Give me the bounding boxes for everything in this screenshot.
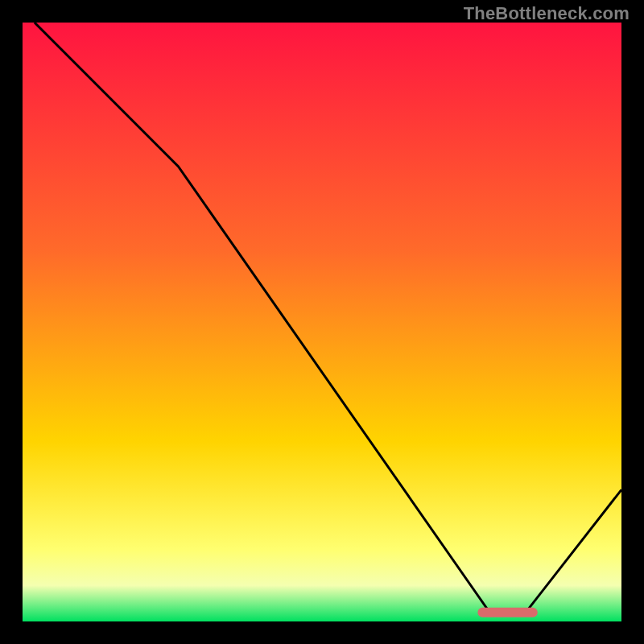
chart-container: TheBottleneck.com <box>0 0 644 644</box>
optimal-range-marker <box>477 608 537 617</box>
plot-area <box>23 23 621 621</box>
gradient-background <box>23 23 621 621</box>
bottleneck-chart-svg <box>23 23 621 621</box>
watermark-text: TheBottleneck.com <box>464 3 630 24</box>
